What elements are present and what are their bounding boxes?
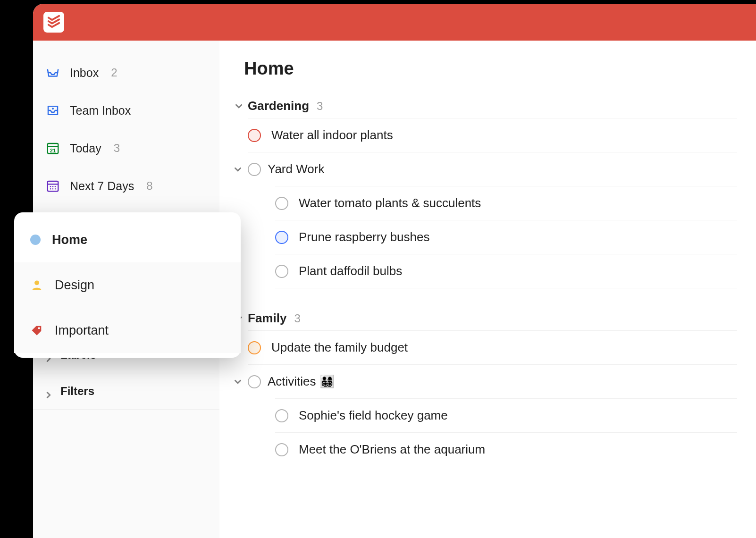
- popover-item-home[interactable]: Home: [14, 217, 241, 262]
- task-checkbox[interactable]: [248, 341, 261, 354]
- calendar-today-icon: 21: [45, 141, 60, 156]
- task-label: Yard Work: [268, 162, 324, 177]
- sidebar-group-label: Filters: [60, 385, 94, 398]
- task-row[interactable]: Prune raspberry bushes: [275, 220, 737, 254]
- subtask-list: Sophie's field hockey game Meet the O'Br…: [275, 398, 737, 466]
- sidebar-item-label: Team Inbox: [70, 104, 131, 118]
- svg-point-10: [52, 188, 54, 190]
- svg-point-13: [38, 327, 40, 329]
- task-row[interactable]: Sophie's field hockey game: [275, 398, 737, 432]
- task-list: Water all indoor plants Yard Work Water …: [248, 118, 737, 288]
- sidebar-item-inbox[interactable]: Inbox 2: [33, 54, 219, 92]
- task-label: Update the family budget: [271, 340, 408, 355]
- sidebar-item-label: Today: [70, 142, 101, 155]
- svg-text:21: 21: [50, 148, 56, 153]
- popover-item-label: Home: [52, 233, 87, 247]
- chevron-down-icon[interactable]: [235, 166, 241, 173]
- task-label: Activities 👨‍👩‍👧‍👦: [268, 374, 335, 389]
- calendar-week-icon: [45, 178, 60, 193]
- titlebar: [33, 4, 756, 41]
- task-checkbox[interactable]: [275, 265, 288, 278]
- inbox-icon: [45, 65, 60, 80]
- sidebar-item-label: Inbox: [70, 66, 99, 80]
- tag-icon: [30, 324, 43, 337]
- task-row[interactable]: Water tomato plants & succulents: [275, 186, 737, 220]
- section-title: Family: [248, 311, 286, 326]
- svg-point-12: [34, 280, 39, 285]
- section-count: 3: [294, 312, 300, 325]
- task-label: Water all indoor plants: [271, 128, 393, 143]
- sidebar-item-count: 2: [111, 66, 117, 79]
- chevron-down-icon: [235, 103, 242, 109]
- chevron-down-icon[interactable]: [235, 378, 241, 385]
- svg-point-7: [52, 186, 54, 187]
- sidebar-item-today[interactable]: 21 Today 3: [33, 129, 219, 167]
- sidebar-item-team-inbox[interactable]: Team Inbox: [33, 92, 219, 129]
- person-icon: [30, 278, 43, 292]
- task-label: Meet the O'Briens at the aquarium: [299, 442, 485, 457]
- svg-point-6: [50, 186, 51, 187]
- task-label: Plant daffodil bulbs: [299, 264, 402, 278]
- task-row[interactable]: Water all indoor plants: [248, 118, 737, 152]
- popover-item-label: Important: [55, 323, 109, 338]
- popover-item-important[interactable]: Important: [14, 308, 241, 353]
- task-row-with-subtasks[interactable]: Yard Work: [248, 152, 737, 186]
- section-count: 3: [317, 100, 323, 113]
- task-label: Water tomato plants & succulents: [299, 196, 481, 210]
- main-content: Home Gardening 3 Water all indoor plants: [219, 41, 756, 538]
- project-dot-icon: [30, 235, 41, 245]
- task-row[interactable]: Meet the O'Briens at the aquarium: [275, 432, 737, 466]
- svg-point-8: [55, 186, 56, 187]
- chevron-right-icon: [45, 388, 52, 395]
- favorites-popover: Home Design Important: [14, 212, 241, 358]
- popover-item-label: Design: [55, 278, 94, 293]
- sidebar-item-count: 8: [146, 179, 152, 193]
- task-row[interactable]: Plant daffodil bulbs: [275, 254, 737, 288]
- task-label: Sophie's field hockey game: [299, 408, 448, 423]
- section-gardening: Gardening 3 Water all indoor plants Yard…: [238, 99, 737, 288]
- todoist-logo-icon: [47, 14, 61, 30]
- subtask-list: Water tomato plants & succulents Prune r…: [275, 186, 737, 288]
- sidebar-item-label: Next 7 Days: [70, 179, 134, 193]
- section-header[interactable]: Family 3: [235, 311, 737, 326]
- task-checkbox[interactable]: [248, 129, 261, 142]
- svg-point-11: [55, 188, 56, 190]
- svg-point-9: [50, 188, 51, 190]
- team-inbox-icon: [45, 103, 60, 118]
- sidebar-item-count: 3: [114, 142, 120, 155]
- svg-point-0: [52, 108, 54, 109]
- sidebar-item-next-7-days[interactable]: Next 7 Days 8: [33, 167, 219, 205]
- task-checkbox[interactable]: [275, 443, 288, 456]
- sidebar-group-filters[interactable]: Filters: [33, 373, 219, 410]
- task-checkbox[interactable]: [248, 163, 261, 176]
- task-checkbox[interactable]: [275, 197, 288, 210]
- section-family: Family 3 Update the family budget Activi…: [238, 311, 737, 466]
- app-logo[interactable]: [43, 12, 64, 33]
- task-checkbox[interactable]: [275, 231, 288, 244]
- task-checkbox[interactable]: [275, 409, 288, 422]
- task-row-with-subtasks[interactable]: Activities 👨‍👩‍👧‍👦: [248, 364, 737, 398]
- task-label: Prune raspberry bushes: [299, 230, 429, 244]
- task-row[interactable]: Update the family budget: [248, 330, 737, 364]
- task-list: Update the family budget Activities 👨‍👩‍…: [248, 330, 737, 466]
- task-checkbox[interactable]: [248, 375, 261, 388]
- popover-item-design[interactable]: Design: [14, 262, 241, 308]
- section-header[interactable]: Gardening 3: [235, 99, 737, 113]
- section-title: Gardening: [248, 99, 309, 113]
- page-title: Home: [244, 59, 737, 79]
